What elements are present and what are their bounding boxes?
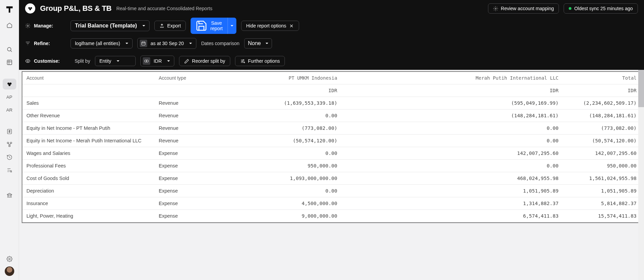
cell-c2: 1,051,905.89 <box>341 185 563 197</box>
cell-type: Expense <box>155 185 192 197</box>
table-row[interactable]: Equity in Net Income - PT Merah PutihRev… <box>22 122 641 135</box>
table-row[interactable]: InsuranceExpense4,500,000.001,314,882.37… <box>22 197 641 210</box>
table-row[interactable]: Other RevenueRevenue0.00(148,284,181.61)… <box>22 109 641 122</box>
cell-total: 950,000.00 <box>563 160 641 172</box>
currency-selector[interactable]: IDR <box>140 56 174 66</box>
cell-total: 1,561,024,955.98 <box>563 172 641 185</box>
sync-status[interactable]: Oldest sync 25 minutes ago <box>564 3 638 14</box>
entity-scope-selector[interactable]: logiframe (all entities) <box>71 38 133 48</box>
cell-type: Revenue <box>155 122 192 135</box>
further-label: Further options <box>248 58 280 64</box>
cell-type: Expense <box>155 172 192 185</box>
currency-col1: IDR <box>192 84 341 97</box>
cell-c1: 0.00 <box>192 147 341 160</box>
cell-account: Wages and Salaries <box>22 147 155 160</box>
user-avatar[interactable] <box>5 266 14 276</box>
nav-home[interactable] <box>3 20 16 31</box>
cell-c1: (1,639,553,339.18) <box>192 97 341 109</box>
table-row[interactable]: DepreciationExpense0.001,051,905.891,051… <box>22 185 641 197</box>
customise-label: Customise: <box>25 58 70 64</box>
th-total[interactable]: Total <box>563 72 641 84</box>
nav-ap[interactable]: AP <box>3 92 16 102</box>
th-type[interactable]: Account type <box>155 72 192 84</box>
sync-status-label: Oldest sync 25 minutes ago <box>574 6 633 11</box>
review-mapping-button[interactable]: Review account mapping <box>488 3 559 14</box>
vertical-scrollbar[interactable] <box>638 70 644 280</box>
cell-c2: 142,007,295.60 <box>341 147 563 160</box>
table-row[interactable]: Professional FeesExpense950,000.000.0095… <box>22 160 641 172</box>
dates-comparison-label: Dates comparison <box>201 41 239 46</box>
cell-account: Depreciation <box>22 185 155 197</box>
svg-point-21 <box>242 61 243 62</box>
export-button[interactable]: Export <box>154 21 186 31</box>
report-table: Account Account type PT UMKM Indonesia M… <box>22 72 641 222</box>
nav-billing[interactable] <box>3 126 16 137</box>
date-selector[interactable]: as at 30 Sep 20 <box>137 38 196 49</box>
report-type-icon <box>25 3 35 14</box>
cell-type: Revenue <box>155 135 192 147</box>
table-row[interactable]: Equity in Net Income - Merah Putih Inter… <box>22 135 641 147</box>
th-account[interactable]: Account <box>22 72 155 84</box>
cell-type: Expense <box>155 147 192 160</box>
cell-c2: (595,049,169.99) <box>341 97 563 109</box>
cell-total: 142,007,295.60 <box>563 147 641 160</box>
cell-total: (2,234,602,509.17) <box>563 97 641 109</box>
cell-c2: (148,284,181.61) <box>341 109 563 122</box>
report-selector[interactable]: Trial Balance (Template) <box>71 20 150 31</box>
hide-options-button[interactable]: Hide report options <box>241 21 299 31</box>
eye-icon <box>25 58 31 64</box>
nav-grid[interactable] <box>3 57 16 68</box>
cell-account: Equity in Net Income - PT Merah Putih <box>22 122 155 135</box>
dates-comparison-selector[interactable]: None <box>244 38 272 48</box>
nav-settings[interactable] <box>3 254 16 264</box>
cell-account: Insurance <box>22 197 155 210</box>
svg-point-8 <box>8 145 10 147</box>
cell-c1: 0.00 <box>192 185 341 197</box>
table-row[interactable]: SalesRevenue(1,639,553,339.18)(595,049,1… <box>22 97 641 109</box>
reorder-label: Reorder split by <box>192 58 225 64</box>
svg-rect-1 <box>7 60 12 65</box>
page-subtitle: Real-time and accurate Consolidated Repo… <box>116 6 212 11</box>
further-options-button[interactable]: Further options <box>235 56 285 66</box>
cell-account: Cost of Goods Sold <box>22 172 155 185</box>
svg-point-14 <box>495 8 496 9</box>
currency-icon <box>143 57 150 65</box>
nav-consolidation[interactable] <box>3 79 16 89</box>
gear-icon <box>25 23 31 28</box>
cell-c2: 0.00 <box>341 122 563 135</box>
nav-search[interactable] <box>3 44 16 55</box>
split-by-selector[interactable]: Entity <box>95 56 136 66</box>
cell-account: Other Revenue <box>22 109 155 122</box>
cell-c1: (773,082.00) <box>192 122 341 135</box>
close-icon <box>289 23 294 28</box>
cell-account: Equity in Net Income - Merah Putih Inter… <box>22 135 155 147</box>
nav-ar[interactable]: AR <box>3 104 16 115</box>
cell-type: Revenue <box>155 97 192 109</box>
table-row[interactable]: Light, Power, HeatingExpense9,000,000.00… <box>22 210 641 222</box>
th-entity-2[interactable]: Merah Putih International LLC <box>341 72 563 84</box>
cell-type: Expense <box>155 160 192 172</box>
save-label: Save report <box>210 20 223 31</box>
save-dropdown[interactable] <box>228 18 236 34</box>
svg-point-20 <box>243 59 244 60</box>
report-content: Account Account type PT UMKM Indonesia M… <box>19 70 644 280</box>
reorder-split-button[interactable]: Reorder split by <box>179 56 230 66</box>
page-title: Group P&L, BS & TB <box>40 4 112 13</box>
nav-list-search[interactable] <box>3 165 16 176</box>
nav-graph[interactable] <box>3 139 16 150</box>
save-report-button[interactable]: Save report <box>191 18 227 34</box>
app-logo[interactable] <box>5 5 14 14</box>
nav-bank[interactable] <box>3 190 16 201</box>
table-row[interactable]: Cost of Goods SoldExpense1,093,000,000.0… <box>22 172 641 185</box>
cell-c2: 6,574,411.83 <box>341 210 563 222</box>
table-row[interactable]: Wages and SalariesExpense0.00142,007,295… <box>22 147 641 160</box>
th-entity-1[interactable]: PT UMKM Indonesia <box>192 72 341 84</box>
svg-point-4 <box>8 84 11 86</box>
cell-total: 5,814,882.37 <box>563 197 641 210</box>
nav-history[interactable] <box>3 152 16 163</box>
svg-point-0 <box>7 47 11 51</box>
export-icon <box>159 23 164 28</box>
svg-point-15 <box>27 25 28 26</box>
cell-c1: 950,000.00 <box>192 160 341 172</box>
gear-icon <box>493 6 498 11</box>
